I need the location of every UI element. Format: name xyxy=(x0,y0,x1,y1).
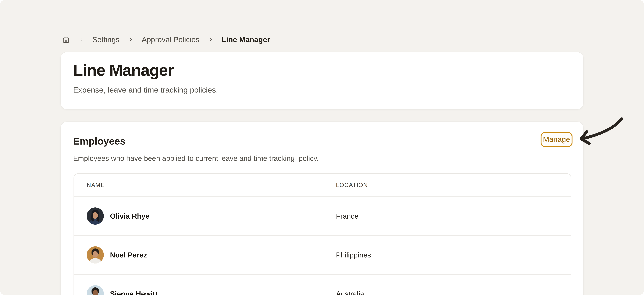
avatar xyxy=(87,207,104,225)
employee-name: Noel Perez xyxy=(110,251,147,259)
page-title-card: Line Manager Expense, leave and time tra… xyxy=(60,52,584,110)
employee-location: Australia xyxy=(336,290,364,295)
table-row: Olivia Rhye France xyxy=(74,196,571,235)
column-header-name: NAME xyxy=(74,182,336,188)
chevron-right-icon xyxy=(128,37,133,42)
breadcrumb-item-line-manager: Line Manager xyxy=(222,36,270,43)
home-icon[interactable] xyxy=(62,35,70,43)
page-subtitle: Expense, leave and time tracking policie… xyxy=(73,85,571,94)
manage-button[interactable]: Manage xyxy=(540,132,572,147)
employees-card-description: Employees who have been applied to curre… xyxy=(73,154,571,163)
avatar xyxy=(87,246,104,264)
approval-policy-page: Settings Approval Policies Line Manager … xyxy=(0,0,644,295)
employees-table: NAME LOCATION xyxy=(74,173,571,295)
breadcrumb-item-settings[interactable]: Settings xyxy=(92,36,120,43)
chevron-right-icon xyxy=(78,37,84,42)
employee-location: Philippines xyxy=(336,251,371,259)
employees-card-title: Employees xyxy=(73,135,571,147)
employee-name: Olivia Rhye xyxy=(110,212,150,220)
table-row: Noel Perez Philippines xyxy=(74,235,571,274)
employee-name: Sienna Hewitt xyxy=(110,290,158,295)
breadcrumb-item-approval-policies[interactable]: Approval Policies xyxy=(142,36,199,43)
chevron-right-icon xyxy=(208,37,213,42)
avatar xyxy=(87,285,104,295)
table-header-row: NAME LOCATION xyxy=(74,174,571,196)
breadcrumb: Settings Approval Policies Line Manager xyxy=(62,33,270,46)
hand-drawn-arrow-icon xyxy=(576,114,628,148)
employees-card: Employees Employees who have been applie… xyxy=(60,121,584,295)
employee-location: France xyxy=(336,212,358,220)
page-title: Line Manager xyxy=(73,61,571,80)
column-header-location: LOCATION xyxy=(336,182,571,188)
table-row: Sienna Hewitt Australia xyxy=(74,274,571,295)
